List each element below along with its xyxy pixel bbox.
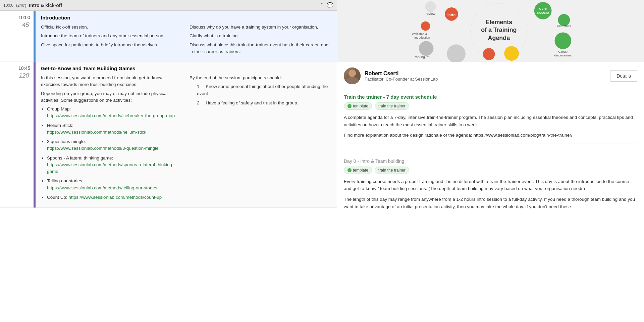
left-panel: 10:00 (240') Intro & kick-off ⌃ 💬 10:00 … xyxy=(0,0,337,322)
intro-rp3: Discuss what place this train-the-traine… xyxy=(190,42,331,55)
node-welcome xyxy=(421,21,430,31)
day0-title: Day 0 - Intro & Team building xyxy=(344,158,637,164)
node-core-label2: content xyxy=(537,11,549,15)
right-panel: review Intro Welcome & Introduction Elem… xyxy=(337,0,644,322)
session-right-1: Discuss why do you have a training syste… xyxy=(190,24,331,57)
tag1-icon xyxy=(347,104,352,108)
session-left-1: Official kick-off session. Introduce the… xyxy=(41,24,183,57)
topbar-duration: (240') xyxy=(16,3,26,8)
bullet-label-0: Group Map: xyxy=(47,106,71,111)
session-gettoknow: 10:45 120' Get-to-Know and Team Building… xyxy=(0,61,337,208)
node-review xyxy=(425,1,436,12)
topbar-time: 10:00 xyxy=(3,3,13,8)
bullet-link-2[interactable]: https://www.sessionlab.com/methods/3-que… xyxy=(47,146,158,151)
gtk-p2: Depending on your group, you may or may … xyxy=(41,90,183,104)
schedule1-tag2[interactable]: train the trainer xyxy=(375,102,409,110)
schedule1-desc1: A complete agenda for a 7-day, intensive… xyxy=(344,114,637,128)
outcome-2: 2. Have a feeling of safety and trust in… xyxy=(196,100,331,106)
session-title-2: Get-to-Know and Team Building Games xyxy=(41,65,331,71)
diagram-svg: review Intro Welcome & Introduction Elem… xyxy=(337,0,644,62)
node-parkinglot xyxy=(419,41,434,56)
author-name: Robert Cserti xyxy=(365,71,438,77)
day0-tag1[interactable]: template xyxy=(344,167,372,174)
intro-p3: Give space for participants to briefly i… xyxy=(41,42,183,48)
day0-desc1: Every training course needs a proper fra… xyxy=(344,178,637,192)
node-core-label1: Core xyxy=(539,7,547,10)
node-review-label: review xyxy=(426,12,436,15)
top-bar-right: ⌃ 💬 xyxy=(320,2,333,8)
diagram-title3: Agenda xyxy=(488,35,511,41)
day0-tag1-label: template xyxy=(353,168,368,173)
bullet-item-1: Helium Stick: https://www.sessionlab.com… xyxy=(47,122,183,136)
author-info: Robert Cserti Facilitator, Co-Founder at… xyxy=(344,67,438,84)
bullet-item-3: Spoons - A lateral thinking game: https:… xyxy=(47,155,183,175)
node-parkinglot-label1: Parking lot xyxy=(414,55,429,59)
session-main-1: Introduction Official kick-off session. … xyxy=(36,11,337,61)
time-col-2: 10:45 120' xyxy=(0,61,34,208)
avatar-image xyxy=(344,67,361,84)
author-role: Facilitator, Co-Founder at SessionLab xyxy=(365,77,438,82)
node-welcome-label1: Welcome & xyxy=(412,32,427,36)
day0-tag1-icon xyxy=(347,168,352,172)
intro-rp2: Clarify what is a training. xyxy=(190,33,331,39)
bullet-link-5[interactable]: https://www.sessionlab.com/methods/count… xyxy=(69,195,162,200)
session-time-1: 10:00 xyxy=(3,15,30,20)
time-col-1: 10:00 45' xyxy=(0,11,34,61)
bullet-link-3[interactable]: https://www.sessionlab.com/methods/spoon… xyxy=(47,162,173,174)
session-duration-2: 120' xyxy=(3,72,30,79)
session-time-2: 10:45 xyxy=(3,65,30,71)
schedule1-section: Train the trainer - 7 day event schedule… xyxy=(337,94,644,153)
day0-section: Day 0 - Intro & Team building template t… xyxy=(337,153,644,219)
session-left-2: In this session, you want to proceed fro… xyxy=(41,75,183,203)
info-section: Robert Cserti Facilitator, Co-Founder at… xyxy=(337,62,644,94)
bullet-link-4[interactable]: https://www.sessionlab.com/methods/telli… xyxy=(47,185,157,190)
schedule1-tags: template train the trainer xyxy=(344,102,637,110)
schedule1-tag1[interactable]: template xyxy=(344,102,372,110)
comment-button[interactable]: 💬 xyxy=(327,2,333,8)
schedule1-desc2: Find more explanation about the design r… xyxy=(344,132,637,139)
author-row: Robert Cserti Facilitator, Co-Founder at… xyxy=(344,67,637,84)
intro-p1: Official kick-off session. xyxy=(41,24,183,31)
details-button[interactable]: Details xyxy=(610,70,637,82)
top-bar: 10:00 (240') Intro & kick-off ⌃ 💬 xyxy=(0,0,337,11)
day0-tag2-label: train the trainer xyxy=(378,168,406,173)
schedule1-tag1-label: template xyxy=(353,104,368,108)
gtk-outcomes: 1. Know some personal things about other… xyxy=(196,83,331,106)
avatar xyxy=(344,67,361,84)
intro-p2: Introduce the team of trainers and any o… xyxy=(41,33,183,39)
intro-rp1: Discuss why do you have a training syste… xyxy=(190,24,331,31)
session-body-2: In this session, you want to proceed fro… xyxy=(41,75,331,203)
bullet-item-4: Telling our stories: https://www.session… xyxy=(47,178,183,191)
session-body-1: Official kick-off session. Introduce the… xyxy=(41,24,331,57)
session-main-2: Get-to-Know and Team Building Games In t… xyxy=(36,61,337,208)
day0-tag2[interactable]: train the trainer xyxy=(375,167,409,174)
bullet-link-1[interactable]: https://www.sessionlab.com/methods/heliu… xyxy=(47,130,146,135)
bullet-label-4: Telling our stories: xyxy=(47,178,84,183)
day0-tags: template train the trainer xyxy=(344,167,637,174)
bullet-item-2: 3 questions mingle: https://www.sessionl… xyxy=(47,138,183,152)
bullet-label-2: 3 questions mingle: xyxy=(47,139,86,144)
schedule1-title[interactable]: Train the trainer - 7 day event schedule xyxy=(344,94,637,100)
session-title-1: Introduction xyxy=(41,15,331,20)
bullet-link-0[interactable]: https://www.sessionlab.com/methods/icebr… xyxy=(47,113,175,118)
node-bottom3 xyxy=(504,46,519,61)
diagram-section: review Intro Welcome & Introduction Elem… xyxy=(337,0,644,62)
topbar-title: Intro & kick-off xyxy=(29,3,62,8)
top-bar-left: 10:00 (240') Intro & kick-off xyxy=(3,3,62,8)
collapse-button[interactable]: ⌃ xyxy=(320,2,324,8)
bullet-item-0: Group Map: https://www.sessionlab.com/me… xyxy=(47,106,183,120)
divider1 xyxy=(344,143,637,143)
schedule1-tag2-label: train the trainer xyxy=(378,104,406,108)
diagram-title1: Elements xyxy=(486,19,513,26)
author-details: Robert Cserti Facilitator, Co-Founder at… xyxy=(365,71,438,82)
bullet-item-5: Count Up: https://www.sessionlab.com/met… xyxy=(47,194,183,201)
session-duration-1: 45' xyxy=(3,21,30,29)
node-group-label1: Group xyxy=(558,50,568,53)
node-bottom2 xyxy=(483,48,495,60)
gtk-rp-intro: By the end of the session, participants … xyxy=(190,75,331,81)
outcome-1: 1. Know some personal things about other… xyxy=(196,83,331,97)
session-introduction: 10:00 45' Introduction Official kick-off… xyxy=(0,11,337,61)
node-groupdiscussions xyxy=(554,32,571,49)
agenda-content: 10:00 45' Introduction Official kick-off… xyxy=(0,11,337,322)
bullet-label-1: Helium Stick: xyxy=(47,123,73,128)
